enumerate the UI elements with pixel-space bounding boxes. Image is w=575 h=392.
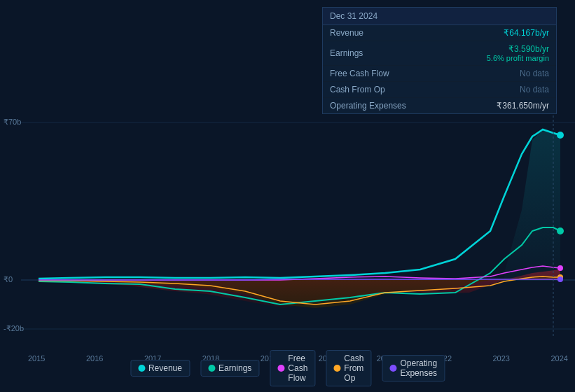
revenue-line bbox=[39, 130, 560, 279]
tooltip-cashfromop-label: Cash From Op bbox=[330, 85, 520, 94]
x-label-2016: 2016 bbox=[86, 354, 103, 363]
legend-revenue[interactable]: Revenue bbox=[130, 360, 190, 377]
tooltip-fcf-label: Free Cash Flow bbox=[330, 69, 520, 78]
tooltip-opex-row: Operating Expenses ₹361.650m/yr bbox=[323, 98, 556, 113]
opex-dot bbox=[557, 276, 563, 282]
legend-opex-dot bbox=[389, 365, 396, 372]
legend-cashfromop-dot bbox=[333, 365, 340, 372]
svg-text:₹70b: ₹70b bbox=[4, 118, 21, 126]
svg-text:₹0: ₹0 bbox=[4, 275, 13, 284]
tooltip-earnings-value: ₹3.590b/yr bbox=[487, 44, 549, 54]
legend-opex-label: Operating Expenses bbox=[400, 358, 437, 378]
tooltip-box: Dec 31 2024 Revenue ₹64.167b/yr Earnings… bbox=[322, 7, 557, 114]
x-label-2024: 2024 bbox=[550, 354, 567, 363]
x-label-2015: 2015 bbox=[28, 354, 45, 363]
legend-fcf-label: Free Cash Flow bbox=[288, 354, 307, 383]
tooltip-fcf-row: Free Cash Flow No data bbox=[323, 66, 556, 82]
legend-revenue-label: Revenue bbox=[148, 363, 182, 373]
legend-earnings-dot bbox=[208, 365, 215, 372]
revenue-fill bbox=[504, 130, 560, 280]
legend-fcf-dot bbox=[277, 365, 284, 372]
earnings-dot bbox=[557, 227, 564, 234]
legend-cashfromop[interactable]: Cash From Op bbox=[326, 350, 371, 386]
tooltip-fcf-value: No data bbox=[520, 69, 549, 78]
chart-container: Dec 31 2024 Revenue ₹64.167b/yr Earnings… bbox=[0, 0, 575, 392]
legend-fcf[interactable]: Free Cash Flow bbox=[270, 350, 315, 386]
tooltip-date: Dec 31 2024 bbox=[323, 8, 556, 25]
tooltip-revenue-row: Revenue ₹64.167b/yr bbox=[323, 25, 556, 41]
revenue-dot bbox=[557, 132, 564, 139]
legend-opex[interactable]: Operating Expenses bbox=[382, 355, 445, 382]
tooltip-revenue-label: Revenue bbox=[330, 28, 504, 38]
legend-earnings-label: Earnings bbox=[219, 363, 251, 373]
tooltip-profit-margin: 5.6% profit margin bbox=[487, 54, 549, 62]
tooltip-earnings-label: Earnings bbox=[330, 48, 487, 58]
tooltip-cashfromop-row: Cash From Op No data bbox=[323, 82, 556, 98]
tooltip-opex-label: Operating Expenses bbox=[330, 101, 497, 111]
fcf-dot bbox=[557, 265, 563, 271]
tooltip-cashfromop-value: No data bbox=[520, 85, 549, 94]
tooltip-opex-value: ₹361.650m/yr bbox=[497, 101, 549, 111]
svg-text:-₹20b: -₹20b bbox=[4, 324, 24, 332]
x-label-2023: 2023 bbox=[493, 354, 510, 363]
legend-cashfromop-label: Cash From Op bbox=[344, 354, 363, 383]
tooltip-revenue-value: ₹64.167b/yr bbox=[504, 28, 549, 38]
legend-revenue-dot bbox=[138, 365, 145, 372]
tooltip-earnings-row: Earnings ₹3.590b/yr 5.6% profit margin bbox=[323, 41, 556, 66]
chart-legend: Revenue Earnings Free Cash Flow Cash Fro… bbox=[130, 350, 445, 386]
legend-earnings[interactable]: Earnings bbox=[200, 360, 259, 377]
